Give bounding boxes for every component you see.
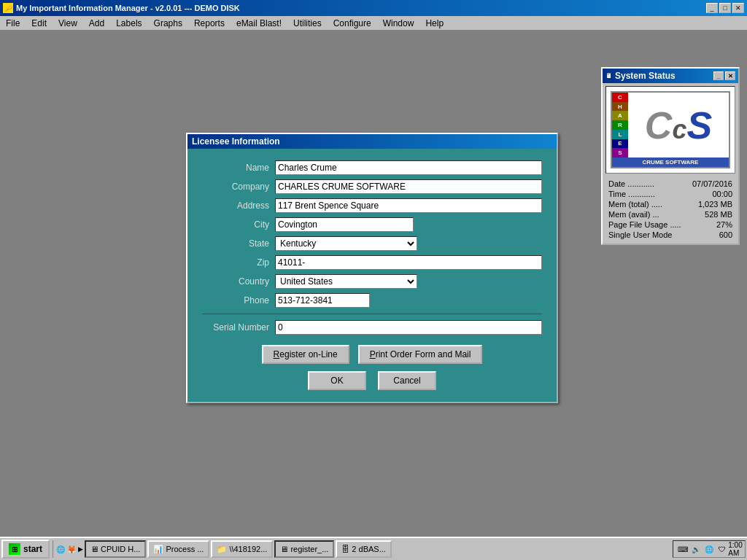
city-row: City	[202, 217, 542, 232]
taskbar-register[interactable]: 🖥 register_...	[274, 540, 334, 558]
print-button[interactable]: Print Order Form and Mail	[358, 345, 483, 364]
window-title: My Important Information Manager - v2.0.…	[16, 4, 240, 12]
bar-s: S	[612, 148, 628, 158]
ok-button[interactable]: OK	[308, 371, 366, 390]
name-input[interactable]	[275, 160, 542, 175]
menu-file[interactable]: File	[0, 17, 26, 30]
menu-view[interactable]: View	[53, 17, 83, 30]
title-bar: 🔑 My Important Information Manager - v2.…	[0, 0, 747, 16]
start-label: start	[23, 544, 42, 554]
mem-total-row: Mem (total) ..... 1,023 MB	[608, 200, 732, 209]
minimize-button[interactable]: _	[706, 3, 718, 13]
folder-label: \\418192...	[229, 545, 267, 553]
process-label: Process ...	[166, 545, 204, 553]
city-label: City	[202, 219, 275, 230]
folder-icon: 📁	[217, 545, 227, 554]
system-status-title: System Status	[615, 71, 676, 81]
company-row: Company	[202, 179, 542, 194]
main-area: Licensee Information Name Company Addres…	[0, 31, 747, 537]
process-icon: 📊	[153, 545, 163, 554]
system-status-title-bar: 🖥 System Status _ ✕	[603, 69, 738, 83]
single-user-value: 600	[719, 230, 732, 239]
phone-row: Phone	[202, 293, 542, 308]
dialog-body: Name Company Address City State Kentucky…	[187, 149, 557, 402]
start-icon: ⊞	[9, 543, 20, 555]
menu-add[interactable]: Add	[83, 17, 110, 30]
page-file-value: 27%	[716, 220, 732, 229]
start-button[interactable]: ⊞ start	[1, 540, 50, 559]
zip-input[interactable]	[275, 255, 542, 270]
menu-reports[interactable]: Reports	[188, 17, 231, 30]
address-input[interactable]	[275, 198, 542, 213]
menu-window[interactable]: Window	[377, 17, 420, 30]
menu-bar: File Edit View Add Labels Graphs Reports…	[0, 16, 747, 31]
register-button[interactable]: Register on-Line	[262, 345, 349, 364]
close-button[interactable]: ✕	[732, 3, 744, 13]
taskbar-dbas[interactable]: 🗄 2 dBAS...	[336, 540, 391, 558]
cpuid-label: CPUID H...	[101, 545, 140, 553]
logo-bottom-text: CRUME SOFTWARE	[612, 158, 729, 167]
register-icon: 🖥	[280, 545, 288, 553]
country-select[interactable]: United States Canada United Kingdom	[275, 274, 417, 289]
serial-number-input[interactable]	[275, 320, 542, 335]
name-label: Name	[202, 163, 275, 173]
taskbar-cpuid[interactable]: 🖥 CPUID H...	[85, 540, 146, 558]
ok-button-label: OK	[330, 376, 343, 386]
dialog-title-bar: Licensee Information	[187, 134, 557, 149]
ok-cancel-buttons: OK Cancel	[202, 371, 542, 390]
mem-total-label: Mem (total) .....	[608, 200, 662, 209]
tray-network: 🌐	[704, 544, 714, 554]
tray-security: 🛡	[717, 544, 727, 554]
mem-avail-label: Mem (avail) ...	[608, 210, 659, 219]
dialog-title-text: Licensee Information	[192, 136, 280, 147]
country-label: Country	[202, 276, 275, 287]
print-button-label: Print Order Form and Mail	[370, 349, 471, 359]
logo-c2: c	[672, 117, 686, 143]
ss-minimize-button[interactable]: _	[713, 71, 724, 80]
bar-r: R	[612, 120, 628, 130]
tray-icon-fox: 🦊	[67, 545, 76, 553]
zip-row: Zip	[202, 255, 542, 270]
action-buttons: Register on-Line Print Order Form and Ma…	[202, 345, 542, 364]
menu-configure[interactable]: Configure	[328, 17, 377, 30]
licensee-dialog: Licensee Information Name Company Addres…	[186, 133, 558, 403]
system-tray: ⌨ 🔊 🌐 🛡 1:00 AM	[673, 540, 746, 558]
serial-number-label: Serial Number	[202, 322, 275, 332]
app-icon: 🔑	[3, 3, 13, 13]
taskbar-folder[interactable]: 📁 \\418192...	[211, 540, 273, 558]
menu-help[interactable]: Help	[419, 17, 449, 30]
system-status-info: Date ............ 07/07/2016 Time ......…	[603, 176, 738, 244]
cancel-button-label: Cancel	[393, 376, 420, 386]
time-value: 00:00	[712, 190, 732, 198]
logo-s: S	[686, 106, 712, 144]
single-user-label: Single User Mode	[608, 230, 672, 239]
tray-keyboard: ⌨	[678, 544, 688, 554]
menu-graphs[interactable]: Graphs	[148, 17, 188, 30]
window-controls: _ □ ✕	[706, 3, 744, 13]
tray-icons-left: 🌐 🦊 ▶	[56, 545, 83, 553]
taskbar-process[interactable]: 📊 Process ...	[147, 540, 209, 558]
country-row: Country United States Canada United King…	[202, 274, 542, 289]
page-file-row: Page File Usage ..... 27%	[608, 220, 732, 229]
dbas-icon: 🗄	[341, 545, 349, 553]
mem-avail-row: Mem (avail) ... 528 MB	[608, 210, 732, 219]
maximize-button[interactable]: □	[719, 3, 731, 13]
menu-labels[interactable]: Labels	[110, 17, 147, 30]
bar-l: L	[612, 130, 628, 139]
menu-email-blast[interactable]: eMail Blast!	[231, 17, 287, 30]
company-input[interactable]	[275, 179, 542, 194]
menu-edit[interactable]: Edit	[26, 17, 53, 30]
address-row: Address	[202, 198, 542, 213]
state-select[interactable]: Kentucky Ohio Indiana	[275, 236, 417, 251]
menu-utilities[interactable]: Utilities	[287, 17, 328, 30]
cpuid-icon: 🖥	[90, 545, 98, 553]
ss-close-button[interactable]: ✕	[725, 71, 735, 80]
logo-c1: C	[645, 106, 673, 144]
system-status-panel: 🖥 System Status _ ✕ C H A R L	[601, 67, 740, 245]
phone-input[interactable]	[275, 293, 370, 308]
mem-total-value: 1,023 MB	[698, 200, 732, 209]
city-input[interactable]	[275, 217, 414, 232]
bar-e: E	[612, 139, 628, 149]
cancel-button[interactable]: Cancel	[378, 371, 436, 390]
time-row: Time ............ 00:00	[608, 190, 732, 198]
